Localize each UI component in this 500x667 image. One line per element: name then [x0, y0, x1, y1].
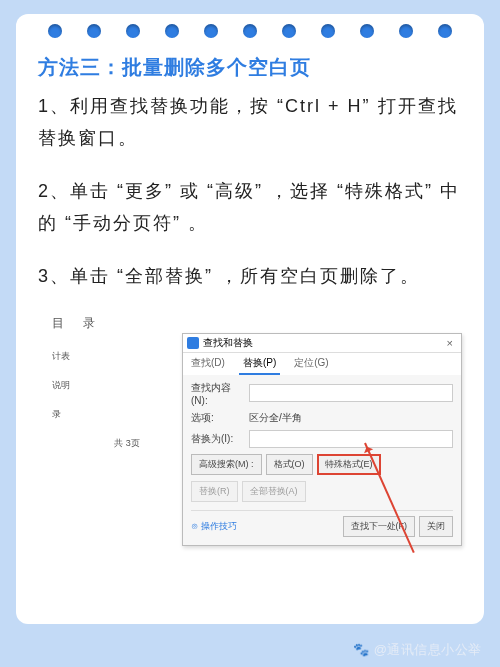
find-replace-dialog: 查找和替换 × 查找(D) 替换(P) 定位(G) 查找内容(N): 选项: 区…	[182, 333, 462, 546]
doc-row-left: 录	[52, 408, 61, 421]
dialog-app-icon	[187, 337, 199, 349]
doc-heading: 目 录	[52, 315, 202, 332]
step-3: 3、单击 “全部替换” ，所有空白页删除了。	[38, 261, 462, 293]
doc-row-left: 说明	[52, 379, 70, 392]
word-document-bg: 目 录 计表1 页 说明1 页 录1 页 共 3页	[52, 315, 202, 450]
dialog-title: 查找和替换	[203, 336, 253, 350]
format-button[interactable]: 格式(O)	[266, 454, 313, 475]
options-label: 选项:	[191, 411, 245, 425]
replace-button[interactable]: 替换(R)	[191, 481, 238, 502]
replace-input[interactable]	[249, 430, 453, 448]
options-value: 区分全/半角	[249, 411, 302, 425]
step-1: 1、利用查找替换功能，按 “Ctrl + H” 打开查找替换窗口。	[38, 91, 462, 154]
tab-replace[interactable]: 替换(P)	[239, 353, 280, 375]
close-icon[interactable]: ×	[443, 337, 457, 349]
find-label: 查找内容(N):	[191, 381, 245, 406]
screenshot-area: 目 录 计表1 页 说明1 页 录1 页 共 3页 查找和替换 × 查找(D) …	[38, 315, 462, 540]
doc-row-left: 计表	[52, 350, 70, 363]
advanced-search-button[interactable]: 高级搜索(M) :	[191, 454, 262, 475]
paw-icon: 🐾	[353, 642, 370, 657]
find-input[interactable]	[249, 384, 453, 402]
method-title: 方法三：批量删除多个空白页	[38, 54, 462, 81]
step-2: 2、单击 “更多” 或 “高级” ，选择 “特殊格式” 中的 “手动分页符” 。	[38, 176, 462, 239]
replace-label: 替换为(I):	[191, 432, 245, 446]
doc-total: 共 3页	[52, 437, 202, 450]
tab-find[interactable]: 查找(D)	[187, 353, 229, 375]
close-button[interactable]: 关闭	[419, 516, 453, 537]
tab-goto[interactable]: 定位(G)	[290, 353, 332, 375]
tip-link[interactable]: ⊙ 操作技巧	[191, 520, 237, 533]
replace-all-button[interactable]: 全部替换(A)	[242, 481, 306, 502]
watermark: 🐾@通讯信息小公举	[353, 641, 482, 659]
